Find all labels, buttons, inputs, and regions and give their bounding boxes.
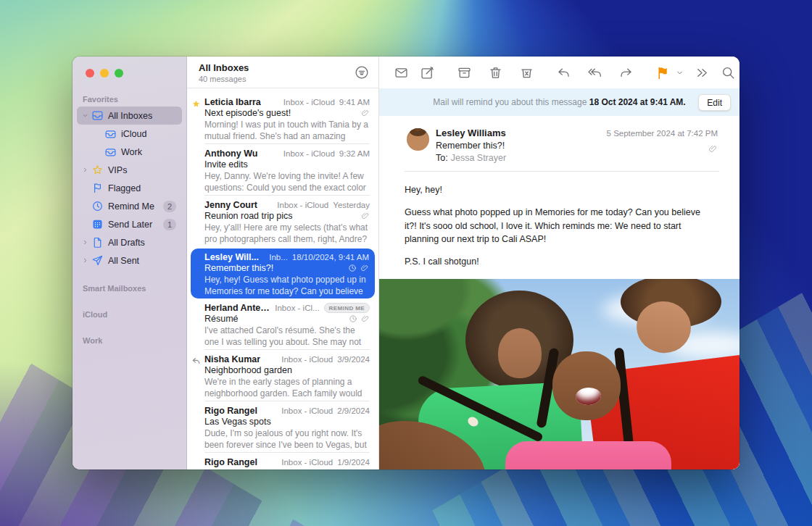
message-meta: Inbox - iCloud3/9/2024: [277, 355, 370, 364]
reply-button[interactable]: [556, 64, 571, 81]
sender-name: Nisha Kumar: [204, 354, 260, 364]
clock-icon: [91, 200, 104, 212]
message-row-icons: [344, 314, 370, 323]
message-subject: Reunion road trip pics: [204, 211, 293, 221]
attachment-icon: [708, 143, 718, 156]
window-controls: [72, 57, 186, 78]
chevron-right-icon[interactable]: [78, 239, 91, 246]
message-date: 1/9/2024: [337, 458, 370, 467]
chevron-right-icon[interactable]: [78, 167, 91, 173]
clock-icon: [349, 314, 357, 323]
reading-pane: Mail will remind you about this message …: [379, 57, 740, 469]
sidebar-section-smart-mailboxes: Smart Mailboxes: [72, 280, 186, 296]
mailbox-title: All Inboxes: [199, 62, 249, 73]
message-row-rigo-rangel-7[interactable]: Rigo RangelInbox - iCloud1/9/2024: [187, 453, 378, 469]
message-header: Lesley Williams Remember this?! To:Jessa…: [379, 116, 740, 172]
message-row-nisha-kumar-5[interactable]: Nisha KumarInbox - iCloud3/9/2024Neighbo…: [187, 350, 378, 401]
chevron-right-icon[interactable]: [78, 257, 91, 264]
sidebar-item-icloud[interactable]: iCloud: [77, 125, 182, 143]
flag-button[interactable]: [655, 64, 671, 81]
message-list-header: All Inboxes 40 messages: [187, 57, 378, 88]
sidebar-item-work[interactable]: Work: [77, 143, 182, 161]
message-subject: Remember this?!: [204, 263, 273, 273]
mark-unread-button[interactable]: [394, 64, 409, 81]
sidebar-section-icloud: iCloud: [72, 306, 186, 322]
sender-name: Anthony Wu: [204, 149, 257, 159]
reminder-banner: Mail will remind you about this message …: [379, 88, 740, 116]
mailbox-label: Inbox - iCloud: [283, 149, 335, 158]
reminder-text-prefix: Mail will remind you about this message: [433, 97, 587, 107]
chevron-down-icon[interactable]: [78, 112, 91, 119]
minimize-button[interactable]: [100, 69, 109, 78]
message-date: 18/10/2024, 9:41 AM: [292, 253, 369, 262]
replied-icon: [191, 356, 202, 366]
archive-button[interactable]: [457, 64, 472, 81]
message-row-rigo-rangel-6[interactable]: Rigo RangelInbox - iCloud2/9/2024Las Veg…: [187, 401, 378, 453]
close-button[interactable]: [86, 69, 94, 78]
sidebar-item-remind-me[interactable]: Remind Me2: [77, 197, 182, 215]
flag-icon: [91, 182, 104, 194]
reply-all-button[interactable]: [587, 64, 602, 81]
reminder-date: 18 Oct 2024 at 9:41 AM.: [589, 97, 686, 107]
message-meta: Inbox - iCloud1/9/2024: [277, 458, 370, 467]
photo-person-center-face: [552, 351, 621, 420]
sidebar-item-vips[interactable]: VIPs: [77, 161, 182, 179]
sidebar-item-all-drafts[interactable]: All Drafts: [77, 233, 182, 251]
sidebar-item-all-sent[interactable]: All Sent: [77, 251, 182, 270]
unread-badge: 2: [163, 201, 176, 212]
recipient-name[interactable]: Jessa Strayer: [451, 153, 506, 163]
toolbar: [379, 57, 740, 88]
trash-button[interactable]: [488, 64, 503, 81]
inbox-icon: [104, 146, 117, 158]
message-row-herland-antezana-4[interactable]: Herland AntezanaInbox - iCl...REMIND MER…: [187, 299, 378, 350]
photo-person-left-face: [498, 328, 542, 377]
sender-avatar[interactable]: [407, 128, 429, 151]
message-meta: Inbox - iCloud9:32 AM: [279, 149, 370, 158]
mailbox-label: Inbox - iCloud: [281, 458, 333, 467]
message-date: Yesterday: [333, 201, 370, 209]
search-button[interactable]: [721, 64, 736, 81]
search-icon: [721, 65, 736, 80]
photo-attachment[interactable]: [379, 279, 740, 469]
junk-button[interactable]: [519, 64, 534, 81]
sender-name: Rigo Rangel: [204, 406, 257, 416]
mailbox-label: Inbox - iCloud: [281, 406, 333, 415]
sender-name: Lesley Will...: [204, 252, 259, 262]
compose-button[interactable]: [420, 64, 435, 81]
message-row-leticia-ibarra-0[interactable]: Leticia IbarraInbox - iCloud9:41 AMNext …: [187, 93, 378, 144]
message-date: 2/9/2024: [337, 406, 370, 415]
sidebar-list: FavoritesAll InboxesiCloudWorkVIPsFlagge…: [72, 91, 186, 348]
star-glyph: [91, 164, 104, 176]
zoom-button[interactable]: [115, 69, 123, 78]
message-row-jenny-court-2[interactable]: Jenny CourtInbox - iCloudYesterdayReunio…: [187, 196, 378, 247]
more-toolbar-items-button[interactable]: [695, 64, 710, 81]
message-preview: Dude, I'm so jealous of you right now. I…: [204, 428, 370, 451]
message-date: 9:32 AM: [339, 149, 370, 158]
message-subject: Next episode's guest!: [204, 108, 291, 118]
message-date: 3/9/2024: [337, 355, 370, 364]
mailbox-label: Inbox - iCl...: [275, 304, 319, 312]
message-row-lesley-will-3[interactable]: Lesley Will...Inb...18/10/2024, 9:41 AMR…: [191, 249, 375, 299]
forward-button[interactable]: [618, 64, 634, 81]
sidebar-item-label: Send Later: [108, 220, 152, 230]
filter-button[interactable]: [354, 64, 370, 80]
envelope-icon: [394, 65, 409, 80]
message-row-icons: [344, 264, 369, 272]
double-chevron-right-icon: [695, 65, 710, 80]
message-row-anthony-wu-1[interactable]: Anthony WuInbox - iCloud9:32 AMInvite ed…: [187, 144, 378, 196]
message-subject: Résumé: [204, 314, 239, 324]
mailbox-label: Inbox - iCloud: [283, 98, 335, 107]
sidebar-item-flagged[interactable]: Flagged: [77, 179, 182, 197]
remind-me-badge: REMIND ME: [324, 303, 370, 313]
sidebar-item-all-inboxes[interactable]: All Inboxes: [77, 107, 182, 125]
star-icon: [191, 99, 202, 109]
message-preview: Morning! I was put in touch with Tania b…: [204, 120, 370, 142]
message-preview: Hey, Danny. We're loving the invite! A f…: [204, 171, 370, 193]
sidebar-item-send-later[interactable]: Send Later1: [77, 215, 182, 233]
message-meta: Inbox - iCloudYesterday: [273, 201, 370, 209]
recipient-row: To:Jessa Strayer: [436, 153, 718, 163]
chevron-down-icon: [676, 69, 684, 77]
edit-reminder-button[interactable]: Edit: [698, 94, 731, 111]
flag-menu-button[interactable]: [676, 64, 684, 81]
message-preview: Hey, y'all! Here are my selects (that's …: [204, 222, 370, 245]
